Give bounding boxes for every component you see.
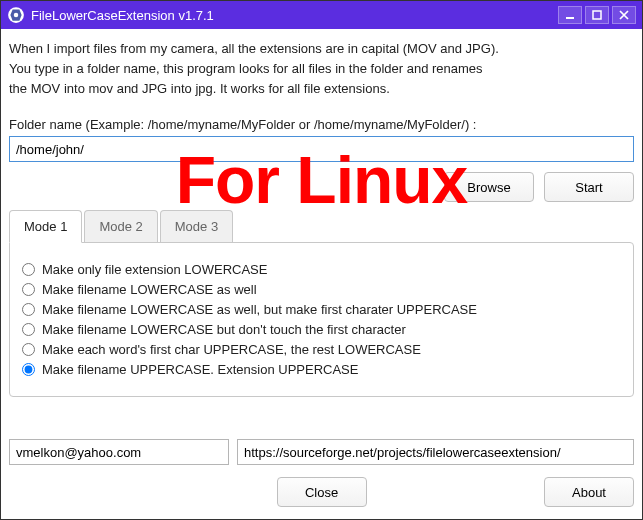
close-dialog-button[interactable]: Close [277, 477, 367, 507]
tab-mode-1[interactable]: Mode 1 [9, 210, 82, 243]
url-field[interactable] [237, 439, 634, 465]
option-radio-5[interactable] [22, 363, 35, 376]
desc-line-2: You type in a folder name, this program … [9, 59, 634, 79]
tab-header-row: Mode 1 Mode 2 Mode 3 [9, 210, 634, 242]
option-row: Make filename UPPERCASE. Extension UPPER… [22, 362, 621, 377]
option-row: Make only file extension LOWERCASE [22, 262, 621, 277]
folder-buttons-row: Browse Start [9, 172, 634, 202]
start-button[interactable]: Start [544, 172, 634, 202]
option-radio-4[interactable] [22, 343, 35, 356]
folder-label: Folder name (Example: /home/myname/MyFol… [9, 117, 634, 132]
option-row: Make filename LOWERCASE but don't touch … [22, 322, 621, 337]
option-label-0[interactable]: Make only file extension LOWERCASE [42, 262, 267, 277]
description-text: When I import files from my camera, all … [9, 39, 634, 99]
window-controls [558, 6, 636, 24]
option-radio-1[interactable] [22, 283, 35, 296]
option-row: Make each word's first char UPPERCASE, t… [22, 342, 621, 357]
app-icon [7, 6, 25, 24]
body-area: When I import files from my camera, all … [1, 29, 642, 519]
svg-rect-2 [566, 17, 574, 19]
tabs: Mode 1 Mode 2 Mode 3 Make only file exte… [9, 210, 634, 397]
title-bar[interactable]: FileLowerCaseExtension v1.7.1 [1, 1, 642, 29]
about-button[interactable]: About [544, 477, 634, 507]
tab-mode-3[interactable]: Mode 3 [160, 210, 233, 242]
folder-input[interactable] [9, 136, 634, 162]
svg-rect-3 [593, 11, 601, 19]
close-button[interactable] [612, 6, 636, 24]
tab-panel-mode-1: Make only file extension LOWERCASE Make … [9, 242, 634, 397]
maximize-button[interactable] [585, 6, 609, 24]
tab-mode-2[interactable]: Mode 2 [84, 210, 157, 242]
bottom-fields [9, 421, 634, 465]
option-radio-0[interactable] [22, 263, 35, 276]
svg-point-1 [14, 13, 19, 18]
browse-button[interactable]: Browse [444, 172, 534, 202]
app-window: FileLowerCaseExtension v1.7.1 When I imp… [0, 0, 643, 520]
desc-line-1: When I import files from my camera, all … [9, 39, 634, 59]
option-row: Make filename LOWERCASE as well, but mak… [22, 302, 621, 317]
option-radio-3[interactable] [22, 323, 35, 336]
desc-line-3: the MOV into mov and JPG into jpg. It wo… [9, 79, 634, 99]
option-label-2[interactable]: Make filename LOWERCASE as well, but mak… [42, 302, 477, 317]
email-field[interactable] [9, 439, 229, 465]
option-radio-2[interactable] [22, 303, 35, 316]
window-title: FileLowerCaseExtension v1.7.1 [31, 8, 558, 23]
option-label-1[interactable]: Make filename LOWERCASE as well [42, 282, 257, 297]
minimize-button[interactable] [558, 6, 582, 24]
option-label-4[interactable]: Make each word's first char UPPERCASE, t… [42, 342, 421, 357]
option-row: Make filename LOWERCASE as well [22, 282, 621, 297]
option-label-5[interactable]: Make filename UPPERCASE. Extension UPPER… [42, 362, 358, 377]
footer-buttons: Close About [9, 477, 634, 511]
option-label-3[interactable]: Make filename LOWERCASE but don't touch … [42, 322, 406, 337]
